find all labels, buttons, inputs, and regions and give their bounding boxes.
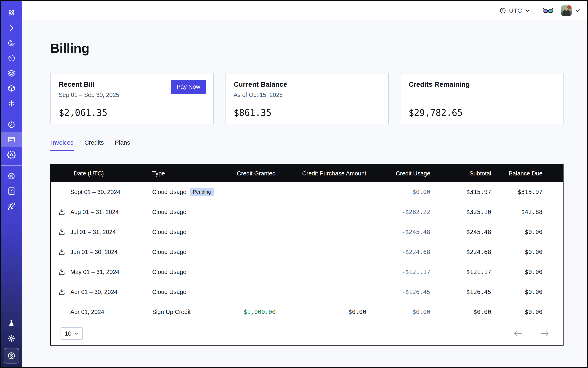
sidebar-item-billing[interactable]	[1, 132, 22, 147]
rocket-icon[interactable]	[1, 199, 22, 214]
invoice-date: Apr 01, 2024	[70, 309, 104, 315]
balance-due: $42.88	[491, 202, 563, 222]
page-title: Billing	[50, 41, 563, 56]
invoice-type: Cloud Usage	[152, 209, 186, 215]
credit-granted: $1,000.00	[219, 302, 275, 322]
invoice-type: Cloud Usage	[152, 189, 186, 195]
theme-sun-icon[interactable]	[1, 331, 22, 346]
dashboard-gauge-icon[interactable]	[1, 117, 22, 132]
column-header: Credit Granted	[219, 165, 275, 182]
download-invoice-icon[interactable]	[57, 267, 66, 276]
credit-usage: -$126.45	[366, 282, 430, 302]
status-badge: Pending	[190, 188, 214, 196]
invoice-type: Cloud Usage	[152, 289, 186, 295]
credit-purchase-amount	[276, 202, 366, 222]
next-page-button[interactable]	[540, 331, 550, 336]
docs-book-icon[interactable]	[1, 184, 22, 199]
page-size-select[interactable]: 10	[61, 327, 83, 340]
credit-granted	[219, 282, 275, 302]
credit-purchase-amount	[276, 182, 366, 202]
asterisk-icon[interactable]	[1, 96, 22, 111]
card-subtitle: As of Oct 15, 2025	[234, 92, 380, 99]
table-row: Aug 01 – 31, 2024 Cloud Usage -$282.22 $…	[51, 202, 563, 222]
credit-usage: -$121.17	[366, 262, 430, 282]
layers-icon[interactable]	[1, 66, 22, 81]
credit-granted	[219, 202, 275, 222]
credits-remaining-amount: $29,782.65	[408, 108, 555, 118]
billing-tabs: Invoices Credits Plans	[50, 139, 563, 151]
user-avatar[interactable]	[561, 5, 572, 16]
pay-now-button[interactable]: Pay Now	[171, 80, 206, 94]
download-invoice-icon[interactable]	[57, 207, 66, 216]
table-row: Jun 01 – 30, 2024 Cloud Usage -$224.68 $…	[51, 242, 563, 262]
card-title: Current Balance	[234, 80, 380, 88]
recent-bill-card: Recent Bill Sep 01 – Sep 30, 2025 $2,061…	[50, 73, 214, 124]
invoice-date: Apr 01 – 30, 2024	[70, 289, 118, 295]
invoice-date: Jun 01 – 30, 2024	[70, 249, 118, 255]
spiral-icon[interactable]	[1, 36, 22, 51]
balance-due: $0.00	[491, 262, 563, 282]
support-wheel-icon[interactable]	[1, 168, 22, 184]
invoice-date: Jul 01 – 31, 2024	[70, 229, 116, 235]
table-row: Apr 01, 2024 Sign Up Credit $1,000.00 $0…	[51, 302, 563, 322]
experiments-flask-icon[interactable]	[1, 316, 22, 331]
table-header-row: Date (UTC)TypeCredit GrantedCredit Purch…	[51, 165, 563, 182]
credits-badge-dollar-button[interactable]	[4, 348, 19, 364]
column-header: Balance Due	[491, 165, 563, 182]
column-header: Credit Usage	[366, 165, 430, 182]
credit-granted	[219, 262, 275, 282]
billing-page: Billing Recent Bill Sep 01 – Sep 30, 202…	[22, 20, 587, 367]
chevron-down-icon	[525, 9, 530, 12]
subtotal: $325.10	[430, 202, 491, 222]
subtotal: $245.48	[430, 222, 491, 242]
credit-card-icon	[7, 136, 16, 144]
settings-gear-icon[interactable]	[1, 147, 22, 162]
tab-credits[interactable]: Credits	[84, 139, 105, 151]
tab-plans[interactable]: Plans	[114, 139, 131, 151]
download-invoice-icon[interactable]	[57, 228, 66, 236]
card-title: Credits Remaining	[408, 80, 555, 88]
download-invoice-icon[interactable]	[57, 248, 66, 257]
subtotal: $315.97	[430, 182, 491, 202]
invoice-type: Sign Up Credit	[152, 309, 191, 315]
invoice-type: Cloud Usage	[152, 269, 186, 275]
balance-due: $0.00	[491, 302, 563, 322]
invoices-table: Date (UTC)TypeCredit GrantedCredit Purch…	[50, 164, 563, 346]
prev-page-button[interactable]	[513, 331, 523, 336]
credit-usage: $0.00	[366, 302, 430, 322]
balance-due: $0.00	[491, 222, 563, 242]
invoice-type: Cloud Usage	[152, 229, 186, 235]
recent-bill-amount: $2,061.35	[59, 108, 205, 118]
table-row: May 01 – 31, 2024 Cloud Usage -$121.17 $…	[51, 262, 563, 282]
download-invoice-icon[interactable]	[57, 287, 66, 296]
sidebar	[1, 1, 22, 367]
credit-usage: -$224.68	[366, 242, 430, 262]
column-header: Credit Purchase Amount	[276, 165, 366, 182]
credit-purchase-amount	[276, 222, 366, 242]
expand-sidebar-icon[interactable]	[1, 20, 22, 36]
user-menu-chevron-icon[interactable]	[575, 9, 581, 12]
balance-due: $0.00	[491, 242, 563, 262]
invoice-date: Aug 01 – 31, 2024	[70, 209, 119, 215]
topbar: UTC	[22, 1, 587, 20]
credit-purchase-amount: $0.00	[276, 302, 366, 322]
tab-invoices[interactable]: Invoices	[50, 139, 74, 151]
credit-usage: $0.00	[366, 182, 430, 202]
invoice-date: Sept 01 – 30, 2024	[70, 189, 120, 195]
cube-icon[interactable]	[1, 81, 22, 96]
card-subtitle	[408, 92, 555, 99]
timezone-label: UTC	[509, 7, 522, 14]
glasses-icon[interactable]	[543, 8, 553, 14]
credit-purchase-amount	[276, 282, 366, 302]
current-balance-card: Current Balance As of Oct 15, 2025 $861.…	[225, 73, 389, 124]
balance-due: $315.97	[491, 182, 563, 202]
sidebar-divider	[1, 114, 22, 114]
credit-granted	[219, 182, 275, 202]
modal-logo-icon[interactable]	[1, 5, 22, 20]
timer-icon[interactable]	[1, 51, 22, 66]
timezone-selector[interactable]: UTC	[499, 7, 530, 14]
credit-granted	[219, 242, 275, 262]
invoice-date: May 01 – 31, 2024	[70, 269, 119, 275]
badge-dollar-icon	[7, 351, 16, 360]
chevron-down-icon	[74, 332, 79, 335]
